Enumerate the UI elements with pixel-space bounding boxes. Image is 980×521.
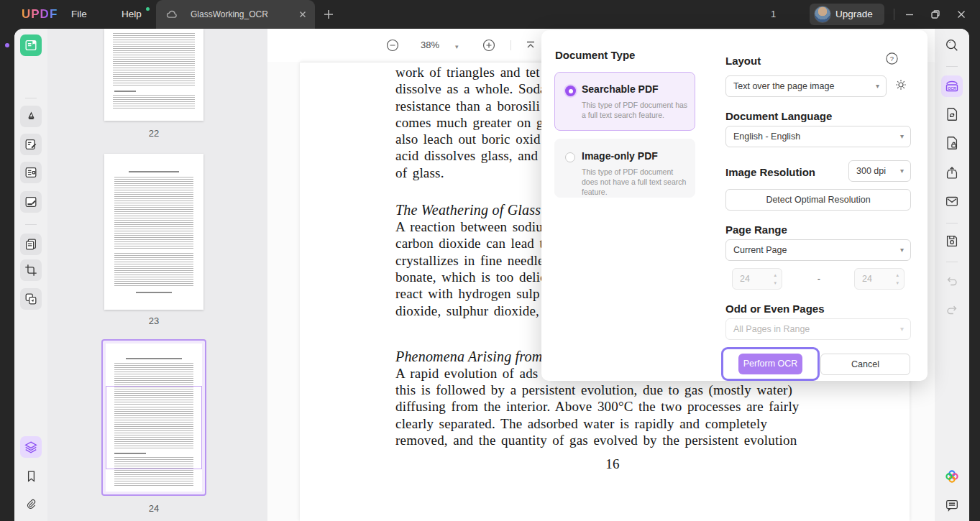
zoom-in-button[interactable] bbox=[482, 39, 495, 52]
layout-select[interactable]: Text over the page image ▾ bbox=[725, 75, 887, 97]
maximize-button[interactable] bbox=[929, 8, 942, 21]
rail-divider bbox=[946, 262, 958, 262]
odd-even-select[interactable]: All Pages in Range ▾ bbox=[725, 318, 911, 340]
tab-close-icon[interactable] bbox=[298, 9, 308, 19]
convert-tool-button[interactable] bbox=[20, 288, 42, 310]
bookmarks-panel-button[interactable] bbox=[20, 465, 42, 487]
page-to-input[interactable]: 24 ▴ ▾ bbox=[854, 268, 905, 290]
ai-assistant-button[interactable] bbox=[943, 467, 961, 486]
minimize-button[interactable] bbox=[903, 8, 916, 21]
save-button[interactable] bbox=[943, 231, 961, 250]
toolbar-divider bbox=[510, 40, 511, 50]
spinner-arrows[interactable]: ▴ ▾ bbox=[896, 271, 899, 287]
close-window-button[interactable] bbox=[955, 8, 968, 21]
organize-pages-button[interactable] bbox=[20, 234, 42, 255]
thumbnail-page-23[interactable] bbox=[104, 154, 203, 310]
share-export-icon bbox=[944, 165, 960, 180]
thumbnails-panel-button[interactable] bbox=[20, 436, 42, 458]
page-range-value: Current Page bbox=[733, 245, 787, 255]
thumbnail-label: 24 bbox=[104, 503, 203, 514]
redo-button[interactable] bbox=[943, 300, 961, 319]
file-convert-icon bbox=[944, 106, 960, 122]
detect-resolution-button[interactable]: Detect Optimal Resolution bbox=[725, 189, 911, 211]
upgrade-label: Upgrade bbox=[835, 4, 873, 25]
doc-line: clearly separated. The adsorbed water is… bbox=[395, 415, 830, 432]
zoom-dropdown-caret[interactable]: ▾ bbox=[455, 43, 459, 50]
document-tab[interactable]: GlassWorking_OCR bbox=[156, 0, 315, 29]
page-from-input[interactable]: 24 ▴ ▾ bbox=[732, 268, 782, 290]
edit-tool-button[interactable] bbox=[20, 134, 42, 155]
ai-assistant-icon bbox=[943, 468, 961, 485]
crop-tool-button[interactable] bbox=[20, 259, 42, 281]
signature-icon bbox=[24, 195, 38, 209]
window-count: 1 bbox=[771, 9, 776, 19]
ocr-button[interactable]: OCR bbox=[941, 75, 963, 97]
file-lock-icon bbox=[944, 135, 960, 151]
zoom-out-button[interactable] bbox=[386, 39, 399, 52]
doc-type-option-searchable[interactable]: Searchable PDF This type of PDF document… bbox=[554, 72, 695, 131]
search-button[interactable] bbox=[943, 36, 961, 55]
gear-icon[interactable] bbox=[894, 78, 908, 92]
cancel-button[interactable]: Cancel bbox=[820, 354, 910, 375]
odd-even-value: All Pages in Range bbox=[733, 324, 810, 334]
doc-page-number: 16 bbox=[395, 456, 830, 472]
sign-tool-button[interactable] bbox=[20, 191, 42, 213]
paperclip-icon bbox=[24, 497, 38, 512]
reader-mode-button[interactable] bbox=[20, 34, 42, 56]
menu-file[interactable]: File bbox=[61, 0, 97, 29]
perform-ocr-button[interactable]: Perform OCR bbox=[738, 354, 802, 374]
titlebar-divider bbox=[894, 9, 894, 20]
share-button[interactable] bbox=[943, 163, 961, 182]
page-range-select[interactable]: Current Page ▾ bbox=[725, 239, 911, 261]
spinner-arrows[interactable]: ▴ ▾ bbox=[774, 271, 777, 287]
zoom-level[interactable]: 38% bbox=[413, 29, 447, 62]
new-tab-icon[interactable] bbox=[322, 8, 335, 21]
upgrade-button[interactable]: Upgrade bbox=[810, 4, 884, 25]
updf-logo: UPDF bbox=[22, 7, 58, 22]
protect-file-button[interactable] bbox=[943, 134, 961, 152]
help-notification-dot bbox=[146, 7, 150, 11]
language-select[interactable]: English - English ▾ bbox=[725, 126, 911, 147]
collapse-toolbar-button[interactable] bbox=[525, 40, 536, 51]
rail-divider bbox=[946, 66, 958, 67]
pages-icon bbox=[24, 237, 38, 252]
notification-dot bbox=[5, 43, 9, 47]
chevron-down-icon: ▾ bbox=[900, 126, 904, 147]
reader-icon bbox=[24, 38, 38, 52]
doc-line: diffusing from the interior. Above 300°C… bbox=[395, 398, 830, 415]
layers-icon bbox=[24, 440, 38, 454]
resolution-select[interactable]: 300 dpi ▾ bbox=[848, 160, 911, 182]
rail-divider bbox=[25, 224, 37, 225]
doc-type-title: Searchable PDF bbox=[582, 83, 659, 95]
feedback-button[interactable] bbox=[943, 496, 961, 515]
doc-type-option-image-only[interactable]: Image-only PDF This type of PDF document… bbox=[554, 139, 695, 198]
right-sidebar: OCR bbox=[935, 29, 969, 521]
ocr-dialog: Document Type Searchable PDF This type o… bbox=[541, 30, 928, 381]
menu-help[interactable]: Help bbox=[111, 0, 152, 29]
convert-file-button[interactable] bbox=[943, 105, 961, 124]
undo-button[interactable] bbox=[943, 272, 961, 290]
radio-selected-icon[interactable] bbox=[565, 86, 576, 96]
crop-icon bbox=[24, 263, 38, 277]
form-icon bbox=[24, 165, 38, 180]
thumbnail-page-24-selected[interactable] bbox=[101, 339, 206, 496]
thumbnail-page-24[interactable] bbox=[106, 344, 202, 492]
thumbnail-page-22[interactable] bbox=[104, 29, 203, 121]
spinner-down-icon[interactable]: ▾ bbox=[896, 279, 899, 287]
spinner-up-icon[interactable]: ▴ bbox=[896, 271, 899, 279]
thumbnails-panel: 22 23 24 bbox=[47, 29, 267, 521]
avatar[interactable] bbox=[814, 6, 831, 23]
window-count-dropdown[interactable]: 1 bbox=[771, 0, 781, 29]
attachments-panel-button[interactable] bbox=[20, 494, 42, 515]
feedback-icon bbox=[944, 497, 960, 513]
spinner-down-icon[interactable]: ▾ bbox=[774, 279, 777, 287]
spinner-up-icon[interactable]: ▴ bbox=[774, 271, 777, 279]
help-icon[interactable]: ? bbox=[885, 52, 899, 65]
comment-tool-button[interactable] bbox=[20, 106, 42, 127]
layout-heading: Layout bbox=[725, 55, 761, 67]
page-range-heading: Page Range bbox=[725, 223, 787, 236]
radio-unselected-icon[interactable] bbox=[565, 152, 575, 162]
form-tool-button[interactable] bbox=[20, 162, 42, 183]
email-button[interactable] bbox=[943, 192, 961, 211]
save-icon bbox=[944, 233, 960, 249]
